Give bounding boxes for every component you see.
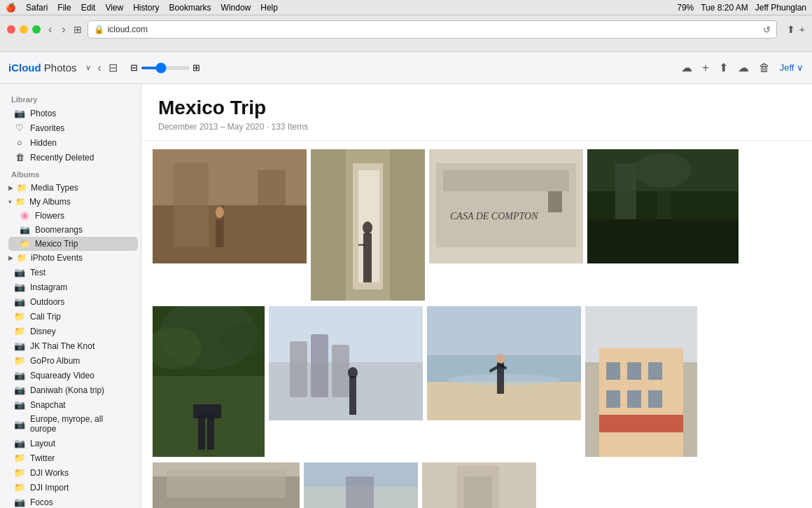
sidebar-item-label: DJI Works (30, 468, 69, 478)
photos-menu-chevron[interactable]: ∨ (85, 63, 91, 72)
sidebar-item-test[interactable]: 📷 Test (3, 265, 138, 280)
sidebar-item-label: Twitter (30, 453, 55, 463)
sidebar-item-jk-thai[interactable]: 📷 JK Thai The Knot (3, 338, 138, 353)
sidebar-item-focos[interactable]: 📷 Focos (3, 495, 138, 508)
sidebar-media-types[interactable]: ▶ 📁 Media Types (3, 181, 138, 195)
boomerangs-icon: 📷 (20, 225, 30, 235)
sidebar-item-squaready[interactable]: 📷 Squaready Video (3, 368, 138, 383)
sidebar-item-mexico-trip[interactable]: 📁 Mexico Trip (8, 237, 138, 251)
sidebar-toggle-button[interactable]: ⊟ (108, 61, 118, 74)
menu-window[interactable]: Window (221, 3, 251, 13)
photo-item[interactable] (304, 462, 418, 508)
photo-item[interactable] (153, 149, 307, 263)
minimize-window-button[interactable] (20, 25, 28, 34)
browser-chrome: ‹ › ⊞ 🔒 icloud.com ↺ ⬆ + (0, 15, 812, 52)
cali-trip-icon: 📁 (14, 311, 25, 322)
photos-grid: CASA DE COMPTON (141, 141, 812, 508)
sidebar-item-disney[interactable]: 📁 Disney (3, 324, 138, 338)
sidebar-item-hidden[interactable]: ○ Hidden (3, 135, 138, 150)
sidebar-item-layout[interactable]: 📷 Layout (3, 436, 138, 451)
header-actions: ☁ + ⬆ ☁ 🗑 Jeff ∨ (681, 61, 804, 74)
user-menu-button[interactable]: Jeff ∨ (780, 62, 804, 73)
svg-rect-60 (648, 390, 662, 408)
svg-rect-56 (627, 362, 641, 380)
layout-icon: 📷 (14, 438, 25, 448)
europe-icon: 📷 (14, 419, 25, 430)
delete-button[interactable]: 🗑 (759, 62, 770, 74)
zoom-slider[interactable] (141, 67, 190, 69)
reload-button[interactable]: ↺ (763, 25, 771, 35)
download-button[interactable]: ☁ (738, 61, 749, 74)
chevron-down-icon: ▾ (8, 198, 12, 205)
my-albums-icon: 📁 (15, 197, 26, 207)
menu-view[interactable]: View (105, 3, 123, 13)
svg-point-25 (635, 153, 691, 188)
sidebar-item-outdoors[interactable]: 📷 Outdoors (3, 294, 138, 309)
sidebar-item-label: Favorites (30, 123, 64, 133)
menu-bookmarks[interactable]: Bookmarks (169, 3, 211, 13)
close-window-button[interactable] (7, 25, 15, 34)
svg-rect-71 (464, 476, 492, 508)
sidebar-item-snapchat[interactable]: 📷 Snapchat (3, 397, 138, 412)
photo-item[interactable] (422, 462, 536, 508)
apple-menu-icon[interactable]: 🍎 (6, 3, 16, 13)
svg-rect-57 (648, 362, 662, 380)
svg-rect-4 (216, 219, 221, 247)
dji-import-icon: 📁 (14, 482, 25, 493)
address-bar[interactable]: 🔒 icloud.com ↺ (88, 20, 777, 39)
photo-item[interactable]: CASA DE COMPTON (429, 149, 583, 263)
sidebar-item-recently-deleted[interactable]: 🗑 Recently Deleted (3, 150, 138, 165)
menu-file[interactable]: File (57, 3, 71, 13)
sidebar-item-europe[interactable]: 📷 Europe, myrope, all ourope (3, 412, 138, 436)
sidebar-item-label: Recently Deleted (30, 153, 94, 163)
sidebar-item-photos[interactable]: 📷 Photos (3, 106, 138, 121)
photo-item[interactable] (585, 306, 697, 457)
svg-text:CASA DE COMPTON: CASA DE COMPTON (450, 211, 538, 221)
forward-button[interactable]: › (59, 23, 67, 36)
menu-help[interactable]: Help (260, 3, 278, 13)
photo-item[interactable] (587, 149, 738, 263)
share-photos-button[interactable]: ⬆ (719, 61, 728, 74)
upload-button[interactable]: ☁ (681, 61, 692, 74)
photo-item[interactable] (153, 306, 265, 457)
svg-rect-15 (358, 244, 365, 246)
sidebar-item-label: Photos (30, 109, 56, 118)
album-meta: December 2013 – May 2020 · 133 Items (158, 122, 795, 132)
sidebar-item-favorites[interactable]: ♡ Favorites (3, 121, 138, 135)
sidebar-item-dji-import[interactable]: 📁 DJI Import (3, 480, 138, 495)
share-button[interactable]: ⬆ (787, 24, 795, 35)
sidebar-item-twitter[interactable]: 📁 Twitter (3, 451, 138, 465)
photo-item[interactable] (153, 462, 300, 508)
gopro-icon: 📁 (14, 355, 25, 366)
sidebar-item-boomerangs[interactable]: 📷 Boomerangs (8, 223, 138, 237)
tab-overview-button[interactable]: ⊞ (74, 24, 82, 35)
maximize-window-button[interactable] (32, 25, 41, 34)
sidebar-item-cali-trip[interactable]: 📁 Cali Trip (3, 309, 138, 324)
menu-edit[interactable]: Edit (81, 3, 96, 13)
sidebar-item-dji-works[interactable]: 📁 DJI Works (3, 465, 138, 480)
nav-back-button[interactable]: ‹ (98, 62, 102, 74)
sidebar-item-flowers[interactable]: 🌸 Flowers (8, 209, 138, 223)
traffic-lights (7, 25, 41, 34)
sidebar-item-instagram[interactable]: 📷 Instagram (3, 280, 138, 294)
icloud-topbar: iCloud Photos ∨ ‹ ⊟ ⊟ ⊞ ☁ + ⬆ ☁ 🗑 Jeff ∨ (0, 52, 812, 84)
sidebar-item-gopro[interactable]: 📁 GoPro Album (3, 353, 138, 368)
add-button[interactable]: + (702, 62, 708, 74)
photo-item[interactable] (311, 149, 425, 301)
photo-item[interactable] (427, 306, 581, 420)
menu-safari[interactable]: Safari (26, 3, 48, 13)
svg-rect-44 (427, 306, 581, 362)
sidebar-item-label: Focos (30, 497, 53, 507)
photo-row (153, 306, 801, 457)
sidebar-iphoto-events[interactable]: ▶ 📁 iPhoto Events (3, 251, 138, 265)
photo-item[interactable] (269, 306, 423, 420)
sidebar-item-daniwah[interactable]: 📷 Daniwah (Kona trip) (3, 383, 138, 397)
menu-history[interactable]: History (133, 3, 159, 13)
logo-bold: iCloud (8, 62, 41, 74)
main-content: Mexico Trip December 2013 – May 2020 · 1… (141, 84, 812, 508)
back-button[interactable]: ‹ (46, 23, 54, 36)
new-tab-button[interactable]: + (799, 24, 805, 35)
svg-rect-26 (587, 219, 738, 263)
sidebar-item-label: Mexico Trip (35, 239, 78, 249)
sidebar-my-albums[interactable]: ▾ 📁 My Albums (3, 195, 138, 209)
